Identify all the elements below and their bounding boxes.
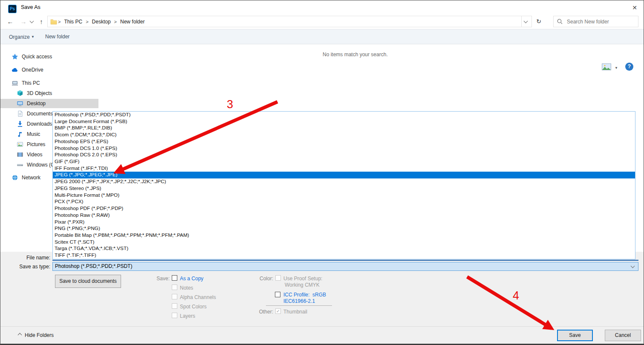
sidebar-label: Videos — [27, 152, 42, 158]
notes-checkbox — [172, 285, 177, 290]
format-option[interactable]: PCX (*.PCX) — [53, 198, 635, 205]
sidebar-item-desktop[interactable]: Desktop — [0, 99, 98, 108]
icc-profile-label[interactable]: ICC Profile: sRGB — [283, 292, 326, 298]
format-option[interactable]: JPEG Stereo (*.JPS) — [53, 185, 635, 192]
view-caret-icon[interactable]: ▼ — [615, 66, 618, 70]
format-option[interactable]: Scitex CT (*.SCT) — [53, 239, 635, 246]
command-bar: Organize ▼ New folder ▼ ? — [0, 29, 644, 44]
sidebar-label: Pictures — [27, 141, 45, 147]
breadcrumb-new-folder[interactable]: New folder — [118, 19, 147, 25]
spot-colors-label: Spot Colors — [180, 304, 207, 310]
new-folder-button[interactable]: New folder — [45, 29, 69, 44]
monitor-icon — [17, 100, 23, 107]
alpha-channels-label: Alpha Channels — [180, 294, 216, 300]
format-option[interactable]: Photoshop Raw (*.RAW) — [53, 212, 635, 219]
format-option[interactable]: Multi-Picture Format (*.MPO) — [53, 192, 635, 199]
format-option[interactable]: JPEG 2000 (*.JPF;*.JPX;*.JP2;*.J2C;*.J2K… — [53, 178, 635, 185]
hide-folders-button[interactable]: Hide Folders — [17, 332, 54, 338]
step-3-label: 3 — [227, 98, 233, 111]
breadcrumb-separator[interactable]: > — [113, 19, 118, 24]
icc-profile-label2: IEC61966-2.1 — [283, 298, 315, 304]
footer-separator — [0, 326, 644, 327]
file-name-input[interactable] — [52, 260, 638, 261]
sidebar-label: Quick access — [22, 54, 52, 60]
format-option[interactable]: Photoshop EPS (*.EPS) — [53, 138, 635, 145]
as-a-copy-label[interactable]: As a Copy — [180, 276, 203, 282]
drive-icon — [17, 161, 23, 168]
save-as-type-label: Save as type: — [9, 264, 50, 270]
layers-label: Layers — [180, 313, 195, 319]
format-option[interactable]: Photoshop DCS 2.0 (*.EPS) — [53, 152, 635, 158]
titlebar: Ps Save As ✕ — [0, 0, 644, 14]
color-group-label: Color: — [250, 276, 273, 282]
window-title: Save As — [21, 4, 40, 10]
cloud-icon — [12, 66, 18, 73]
as-a-copy-checkbox[interactable] — [172, 275, 177, 281]
close-icon[interactable]: ✕ — [628, 3, 641, 12]
color-section-divider — [266, 305, 332, 306]
computer-icon — [12, 80, 18, 86]
folder-icon — [50, 19, 57, 25]
icc-profile-checkbox[interactable] — [275, 292, 280, 297]
music-note-icon — [17, 131, 23, 138]
sidebar-label: Desktop — [27, 101, 46, 106]
save-to-cloud-button[interactable]: Save to cloud documents — [55, 275, 121, 288]
address-divider — [521, 16, 522, 27]
sidebar-item-3d-objects[interactable]: 3D Objects — [0, 89, 98, 98]
address-bar[interactable]: > This PC > Desktop > New folder — [47, 16, 532, 27]
forward-button[interactable]: → — [19, 16, 28, 27]
search-icon — [557, 19, 563, 24]
picture-icon — [17, 141, 23, 148]
format-option[interactable]: BMP (*.BMP;*.RLE;*.DIB) — [53, 125, 635, 132]
format-option-jpeg-selected[interactable]: JPEG (*.JPG;*.JPEG;*.JPE) — [53, 172, 635, 178]
search-input[interactable] — [566, 18, 635, 25]
sidebar-item-onedrive[interactable]: OneDrive — [0, 65, 98, 75]
sidebar-item-this-pc[interactable]: This PC — [0, 78, 98, 88]
empty-results-message: No items match your search. — [323, 52, 388, 58]
format-dropdown-list: Photoshop (*.PSD;*.PDD;*.PSDT) Large Doc… — [52, 111, 635, 259]
document-icon — [17, 110, 23, 117]
download-arrow-icon — [17, 121, 23, 127]
history-chevron-icon[interactable] — [30, 19, 34, 23]
format-option[interactable]: Pixar (*.PXR) — [53, 219, 635, 226]
save-as-dialog: Ps Save As ✕ ← → ↑ > This PC > Desktop >… — [0, 0, 644, 345]
cancel-button[interactable]: Cancel — [605, 330, 641, 341]
breadcrumb-separator[interactable]: > — [85, 19, 89, 24]
sidebar-label: Documents — [27, 111, 53, 117]
help-icon[interactable]: ? — [625, 63, 633, 71]
format-option[interactable]: Targa (*.TGA;*.VDA;*.ICB;*.VST) — [53, 245, 635, 252]
format-option[interactable]: Photoshop (*.PSD;*.PDD;*.PSDT) — [53, 112, 635, 118]
format-option[interactable]: TIFF (*.TIF;*.TIFF) — [53, 252, 635, 259]
sidebar-item-quick-access[interactable]: Quick access — [0, 52, 98, 61]
layers-checkbox — [172, 313, 177, 318]
use-proof-setup-label: Use Proof Setup: — [283, 276, 322, 282]
organize-menu[interactable]: Organize ▼ — [9, 29, 35, 45]
use-proof-setup-checkbox — [275, 275, 281, 281]
star-icon — [12, 53, 18, 60]
format-option[interactable]: GIF (*.GIF) — [53, 158, 635, 165]
up-button[interactable]: ↑ — [37, 16, 46, 27]
film-icon — [17, 151, 23, 158]
sidebar-label: Music — [27, 131, 40, 137]
format-option[interactable]: Portable Bit Map (*.PBM;*.PGM;*.PPM;*.PN… — [53, 232, 635, 239]
search-box[interactable] — [553, 16, 638, 27]
save-button[interactable]: Save — [557, 330, 593, 341]
format-option[interactable]: Photoshop DCS 1.0 (*.EPS) — [53, 145, 635, 152]
dropdown-caret-icon: ▼ — [31, 35, 35, 39]
breadcrumb-desktop[interactable]: Desktop — [90, 19, 113, 25]
cube-icon — [17, 90, 23, 97]
back-button[interactable]: ← — [6, 16, 15, 27]
format-option[interactable]: IFF Format (*.IFF;*.TDI) — [53, 165, 635, 172]
format-option[interactable]: Dicom (*.DCM;*.DC3;*.DIC) — [53, 132, 635, 138]
other-group-label: Other: — [250, 309, 273, 315]
navigation-bar: ← → ↑ > This PC > Desktop > New folder ↻ — [0, 14, 644, 29]
breadcrumb-this-pc[interactable]: This PC — [61, 19, 85, 25]
refresh-button[interactable]: ↻ — [533, 16, 544, 27]
save-as-type-combobox[interactable]: Photoshop (*.PSD;*.PDD;*.PSDT) — [52, 262, 638, 271]
format-option[interactable]: Photoshop PDF (*.PDF;*.PDP) — [53, 205, 635, 212]
format-option[interactable]: PNG (*.PNG;*.PNG) — [53, 225, 635, 232]
combo-chevron-down-icon — [631, 264, 635, 268]
format-option[interactable]: Large Document Format (*.PSB) — [53, 118, 635, 125]
view-mode-icon[interactable] — [602, 63, 611, 70]
address-dropdown-chevron-icon[interactable] — [524, 19, 528, 23]
